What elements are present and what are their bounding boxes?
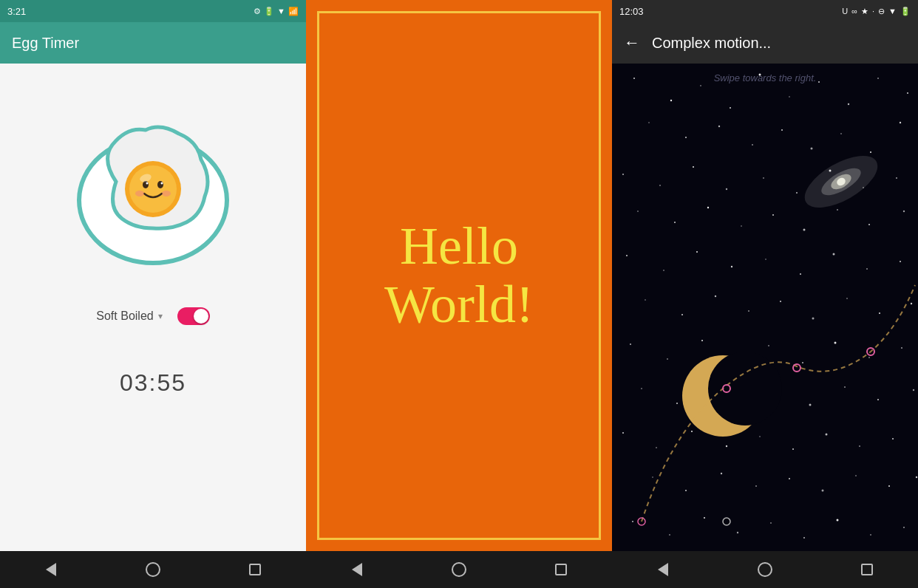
egg-controls: Soft Boiled ▾	[15, 307, 291, 325]
svg-rect-10	[612, 64, 918, 551]
phone1-status-icons: ⚙ 🔋 ▼ 📶	[254, 7, 299, 16]
phone3-content: Swipe towards the right.	[612, 64, 918, 551]
svg-point-4	[157, 181, 163, 188]
svg-point-103	[669, 534, 670, 536]
svg-point-13	[700, 85, 701, 86]
svg-point-74	[901, 347, 902, 349]
svg-point-40	[674, 222, 676, 223]
svg-point-14	[730, 107, 731, 109]
svg-point-27	[840, 133, 842, 134]
timer-toggle[interactable]	[177, 307, 210, 325]
back-button[interactable]	[346, 558, 368, 581]
svg-point-29	[900, 122, 901, 123]
home-button[interactable]	[142, 558, 164, 581]
svg-point-55	[866, 268, 868, 270]
hello-world-display: Hello World!	[384, 217, 534, 334]
svg-point-86	[691, 431, 693, 432]
svg-point-89	[792, 448, 794, 450]
phone3-complex-motion: 12:03 U ∞ ★ · ⊖ ▼ 🔋 ← Complex motion...	[612, 0, 918, 588]
back-button[interactable]	[40, 558, 62, 581]
svg-point-60	[748, 310, 749, 312]
svg-point-8	[162, 191, 171, 196]
svg-point-46	[868, 224, 870, 225]
timer-display: 03:55	[120, 369, 186, 397]
recents-button[interactable]	[856, 558, 878, 581]
phone1-statusbar: 3:21 ⚙ 🔋 ▼ 📶	[0, 0, 306, 22]
svg-point-73	[868, 357, 870, 358]
svg-point-23	[718, 126, 720, 127]
svg-point-47	[903, 211, 905, 212]
svg-point-91	[859, 445, 860, 447]
phone1-time: 3:21	[7, 6, 26, 17]
svg-point-21	[648, 122, 650, 123]
signal-icon: 📶	[288, 7, 299, 16]
svg-point-85	[656, 447, 657, 448]
hello-line2: World!	[384, 275, 534, 334]
svg-point-106	[770, 522, 772, 524]
home-circle-icon	[758, 562, 772, 577]
svg-point-5	[146, 182, 149, 185]
phone1-navbar	[0, 551, 306, 588]
svg-point-108	[837, 519, 839, 522]
svg-point-96	[755, 485, 757, 487]
svg-point-83	[913, 389, 914, 391]
svg-point-87	[726, 445, 727, 447]
svg-point-53	[800, 273, 801, 275]
svg-point-38	[896, 177, 897, 179]
recents-square-icon	[249, 564, 261, 575]
svg-point-51	[731, 266, 732, 267]
svg-point-104	[704, 517, 705, 519]
svg-point-56	[900, 261, 901, 262]
back-triangle-icon	[46, 563, 56, 576]
phone1-egg-timer: 3:21 ⚙ 🔋 ▼ 📶 Egg Timer	[0, 0, 306, 588]
svg-point-26	[811, 148, 813, 150]
svg-point-19	[877, 78, 879, 79]
svg-point-16	[789, 96, 790, 98]
svg-point-39	[637, 211, 639, 212]
svg-point-81	[844, 386, 846, 388]
dot-icon: ·	[872, 7, 874, 16]
phone3-title: Complex motion...	[652, 35, 906, 52]
svg-point-32	[693, 166, 694, 168]
svg-point-18	[848, 103, 849, 105]
home-button[interactable]	[754, 558, 776, 581]
dropdown-label: Soft Boiled	[96, 310, 153, 323]
svg-point-28	[870, 151, 871, 153]
svg-point-50	[696, 251, 698, 253]
star-field	[612, 64, 918, 551]
phone3-toolbar: ← Complex motion...	[612, 22, 918, 64]
phone2-navbar	[306, 551, 612, 588]
svg-point-64	[879, 312, 880, 314]
swipe-hint: Swipe towards the right.	[714, 72, 817, 83]
svg-point-22	[685, 137, 687, 138]
home-button[interactable]	[448, 558, 470, 581]
svg-point-93	[652, 476, 653, 478]
svg-point-65	[911, 303, 912, 304]
recents-button[interactable]	[244, 558, 266, 581]
svg-point-59	[715, 295, 716, 297]
minus-icon: ⊖	[878, 7, 885, 16]
svg-point-107	[803, 537, 805, 539]
svg-point-52	[765, 259, 766, 260]
voicemail-icon: ∞	[851, 7, 857, 16]
svg-point-105	[737, 532, 738, 533]
svg-point-100	[888, 485, 890, 487]
back-button[interactable]	[652, 558, 674, 581]
svg-point-30	[622, 174, 624, 175]
svg-point-92	[892, 438, 894, 440]
svg-point-42	[741, 225, 742, 227]
svg-point-2	[129, 165, 177, 213]
svg-point-20	[907, 92, 908, 94]
battery-icon: 🔋	[264, 7, 274, 16]
back-triangle-icon	[352, 563, 362, 576]
svg-point-71	[802, 362, 803, 363]
recents-square-icon	[861, 564, 873, 575]
svg-point-94	[685, 490, 687, 491]
settings-icon: ⚙	[254, 7, 261, 16]
svg-point-72	[834, 342, 837, 344]
egg-type-dropdown[interactable]: Soft Boiled ▾	[96, 310, 162, 323]
recents-button[interactable]	[550, 558, 572, 581]
u-icon: U	[842, 7, 848, 16]
back-arrow[interactable]: ←	[624, 33, 640, 52]
svg-point-61	[780, 301, 781, 302]
